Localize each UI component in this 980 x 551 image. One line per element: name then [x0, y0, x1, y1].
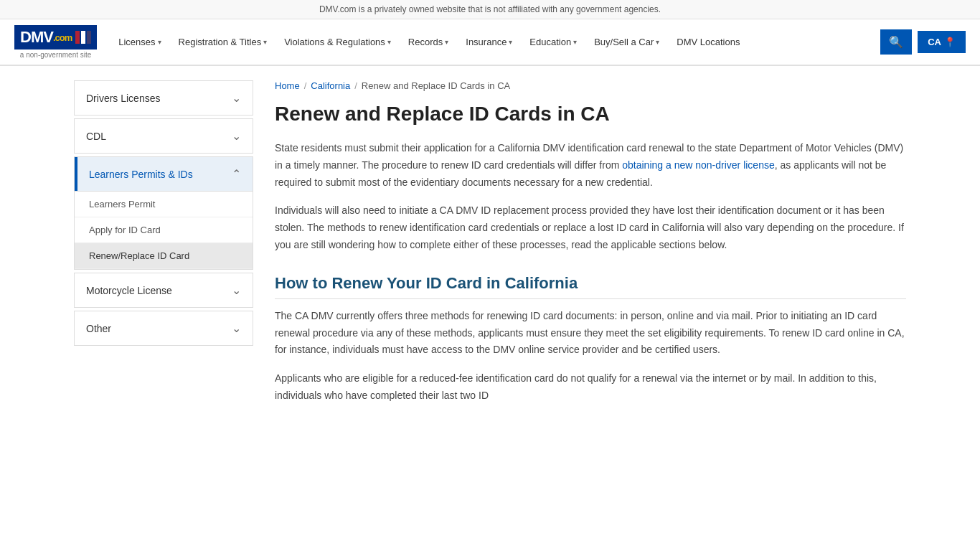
logo-tagline: a non-government site — [20, 51, 92, 59]
chevron-down-icon: ▾ — [573, 38, 577, 46]
non-driver-license-link[interactable]: obtaining a new non-driver license — [622, 159, 774, 171]
location-icon: 📍 — [944, 37, 956, 47]
chevron-icon: ⌄ — [232, 321, 241, 335]
sidebar-sub-renew-replace-id[interactable]: Renew/Replace ID Card — [75, 243, 253, 269]
chevron-down-icon: ▾ — [656, 38, 659, 46]
nav-registration[interactable]: Registration & Titles ▾ — [171, 31, 275, 53]
breadcrumb-sep-2: / — [354, 80, 357, 91]
section-title-renew: How to Renew Your ID Card in California — [275, 274, 906, 299]
nav-insurance[interactable]: Insurance ▾ — [458, 31, 519, 53]
logo[interactable]: DMV.com a non-government site — [14, 25, 97, 59]
sidebar-sub-learners-permit[interactable]: Learners Permit — [75, 192, 253, 217]
section-paragraph-2: Applicants who are eligible for a reduce… — [275, 370, 906, 405]
breadcrumb-sep-1: / — [304, 80, 307, 91]
search-button[interactable]: 🔍 — [880, 29, 912, 55]
sidebar-item-other: Other ⌄ — [74, 311, 253, 346]
nav-education[interactable]: Education ▾ — [522, 31, 584, 53]
content-body: State residents must submit their applic… — [275, 140, 906, 405]
header: DMV.com a non-government site Licenses ▾… — [0, 19, 980, 66]
chevron-down-icon: ▾ — [445, 38, 448, 46]
state-selector[interactable]: CA 📍 — [918, 31, 966, 53]
breadcrumb-current: Renew and Replace ID Cards in CA — [362, 80, 510, 91]
sidebar-item-cdl: CDL ⌄ — [74, 118, 253, 154]
nav-records[interactable]: Records ▾ — [401, 31, 456, 53]
sidebar-sub-apply-id[interactable]: Apply for ID Card — [75, 217, 253, 243]
chevron-icon: ⌄ — [232, 91, 241, 105]
sidebar-item-motorcycle: Motorcycle License ⌄ — [74, 273, 253, 308]
sidebar-other-header[interactable]: Other ⌄ — [75, 311, 253, 345]
intro-paragraph-1: State residents must submit their applic… — [275, 140, 906, 191]
intro-paragraph-2: Individuals will also need to initiate a… — [275, 202, 906, 253]
sidebar-learners-sub: Learners Permit Apply for ID Card Renew/… — [75, 191, 253, 269]
top-banner: DMV.com is a privately owned website tha… — [0, 0, 980, 19]
nav-buy-sell[interactable]: Buy/Sell a Car ▾ — [587, 31, 666, 53]
sidebar-item-drivers-licenses: Drivers Licenses ⌄ — [74, 80, 253, 116]
sidebar-motorcycle-header[interactable]: Motorcycle License ⌄ — [75, 273, 253, 307]
section-paragraph-1: The CA DMV currently offers three method… — [275, 308, 906, 359]
sidebar-drivers-licenses-header[interactable]: Drivers Licenses ⌄ — [75, 81, 253, 115]
breadcrumb-home[interactable]: Home — [275, 80, 300, 91]
chevron-down-icon: ▾ — [387, 38, 391, 46]
sidebar-learners-permits-header[interactable]: Learners Permits & IDs ⌃ — [75, 157, 253, 191]
nav-right: 🔍 CA 📍 — [880, 29, 966, 55]
page-layout: Drivers Licenses ⌄ CDL ⌄ Learners Permit… — [60, 66, 920, 430]
breadcrumb-state[interactable]: California — [311, 80, 350, 91]
chevron-up-icon: ⌃ — [232, 167, 241, 181]
breadcrumb: Home / California / Renew and Replace ID… — [275, 80, 906, 91]
sidebar: Drivers Licenses ⌄ CDL ⌄ Learners Permit… — [74, 80, 253, 416]
chevron-down-icon: ▾ — [263, 38, 267, 46]
chevron-icon: ⌄ — [232, 129, 241, 143]
nav-dmv-locations[interactable]: DMV Locations — [669, 31, 747, 53]
main-content: Home / California / Renew and Replace ID… — [275, 80, 906, 416]
sidebar-item-learners-permits: Learners Permits & IDs ⌃ Learners Permit… — [74, 156, 253, 270]
chevron-icon: ⌄ — [232, 283, 241, 297]
nav-violations[interactable]: Violations & Regulations ▾ — [277, 31, 398, 53]
nav-licenses[interactable]: Licenses ▾ — [111, 31, 168, 53]
main-nav: Licenses ▾ Registration & Titles ▾ Viola… — [111, 31, 880, 53]
page-title: Renew and Replace ID Cards in CA — [275, 103, 906, 126]
chevron-down-icon: ▾ — [509, 38, 512, 46]
chevron-down-icon: ▾ — [158, 38, 161, 46]
sidebar-cdl-header[interactable]: CDL ⌄ — [75, 119, 253, 153]
